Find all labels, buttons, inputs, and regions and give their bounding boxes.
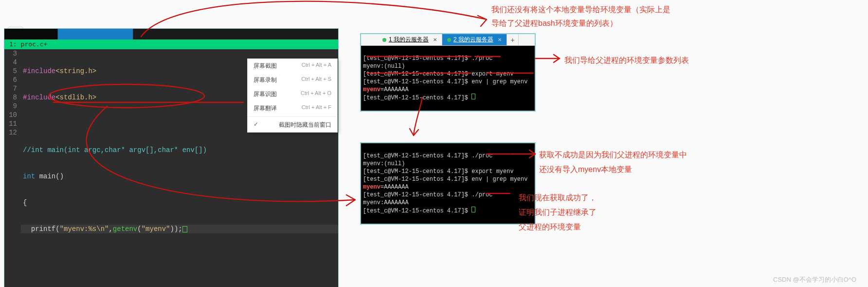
terminal-top: 1 我的云服务器✕ 2 我的云服务器✕ + [test_c@VM-12-15-c…	[360, 33, 536, 112]
terminal-tab-1[interactable]: 1 我的云服务器✕	[378, 34, 442, 45]
watermark: CSDN @不会学习的小白O^O	[773, 275, 856, 284]
line-gutter: 3456789101112	[4, 49, 21, 287]
annotation-3b: 还没有导入myenv本地变量	[539, 164, 632, 175]
ctx-item-hidewindow[interactable]: 截图时隐藏当前窗口	[248, 118, 337, 132]
annotation-4a: 我们现在获取成功了，	[519, 192, 597, 204]
terminal-output-top[interactable]: [test_c@VM-12-15-centos 4.17]$ ./proc my…	[361, 46, 535, 111]
annotation-1a: 我们还没有将这个本地变量导给环境变量（实际上是	[491, 4, 670, 16]
ctx-item-screenshot[interactable]: 屏幕截图Ctrl + Alt + A	[248, 59, 337, 73]
ctx-item-translate[interactable]: 屏幕翻译Ctrl + Alt + F	[248, 101, 337, 115]
cursor	[182, 226, 187, 232]
new-tab-button[interactable]: +	[507, 34, 519, 45]
annotation-2: 我们导给父进程的环境变量参数列表	[564, 55, 689, 66]
context-menu: 屏幕截图Ctrl + Alt + A 屏幕录制Ctrl + Alt + S 屏幕…	[247, 58, 338, 133]
annotation-4b: 证明我们子进程继承了	[519, 207, 597, 218]
close-icon[interactable]: ✕	[498, 37, 502, 42]
terminal-tabbar: 1 我的云服务器✕ 2 我的云服务器✕ +	[361, 34, 535, 46]
terminal-cursor	[471, 207, 475, 212]
close-icon[interactable]: ✕	[433, 37, 437, 42]
terminal-output-bottom[interactable]: [test_c@VM-12-15-centos 4.17]$ ./proc my…	[361, 143, 535, 224]
ctx-item-recognize[interactable]: 屏幕识图Ctrl + Alt + O	[248, 87, 337, 101]
annotation-1b: 导给了父进程bash环境变量的列表）	[491, 18, 617, 29]
editor-dark-tab[interactable]	[4, 29, 58, 39]
terminal-cursor	[471, 94, 475, 99]
code-comment: //int main(int argc,char* argv[],char* e…	[23, 146, 207, 154]
editor-blue-tab[interactable]	[58, 29, 133, 39]
terminal-tab-2[interactable]: 2 我的云服务器✕	[442, 34, 507, 45]
file-tab[interactable]: 1: proc.c+	[4, 39, 338, 49]
terminal-bottom: [test_c@VM-12-15-centos 4.17]$ ./proc my…	[360, 142, 536, 225]
ctx-item-record[interactable]: 屏幕录制Ctrl + Alt + S	[248, 73, 337, 87]
annotation-4c: 父进程的环境变量	[519, 221, 581, 233]
editor-window-tabs	[4, 29, 338, 39]
annotation-3a: 获取不成功是因为我们父进程的环境变量中	[539, 149, 687, 161]
